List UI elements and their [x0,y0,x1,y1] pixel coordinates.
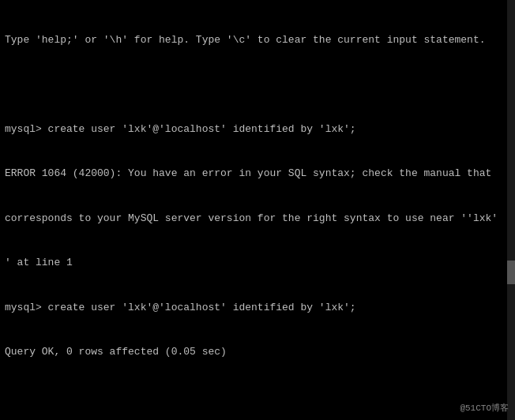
terminal-line: mysql> create user 'lxk'@'localhost' ide… [5,301,510,316]
terminal-window[interactable]: Type 'help;' or '\h' for help. Type '\c'… [0,0,515,420]
terminal-line-error: ' at line 1 [5,256,510,271]
watermark: @51CTO博客 [460,402,509,414]
terminal-line [5,77,510,92]
terminal-line-error: ERROR 1064 (42000): You have an error in… [5,167,510,182]
terminal-line-ok: Query OK, 0 rows affected (0.05 sec) [5,345,510,360]
scrollbar[interactable] [507,0,515,420]
terminal-line: Type 'help;' or '\h' for help. Type '\c'… [5,33,510,48]
terminal-line: mysql> create user 'lxk'@'localhost' ide… [5,122,510,137]
scrollbar-thumb[interactable] [507,261,515,284]
terminal-output: Type 'help;' or '\h' for help. Type '\c'… [5,3,510,420]
terminal-line-error: corresponds to your MySQL server version… [5,212,510,227]
terminal-line [5,390,510,405]
